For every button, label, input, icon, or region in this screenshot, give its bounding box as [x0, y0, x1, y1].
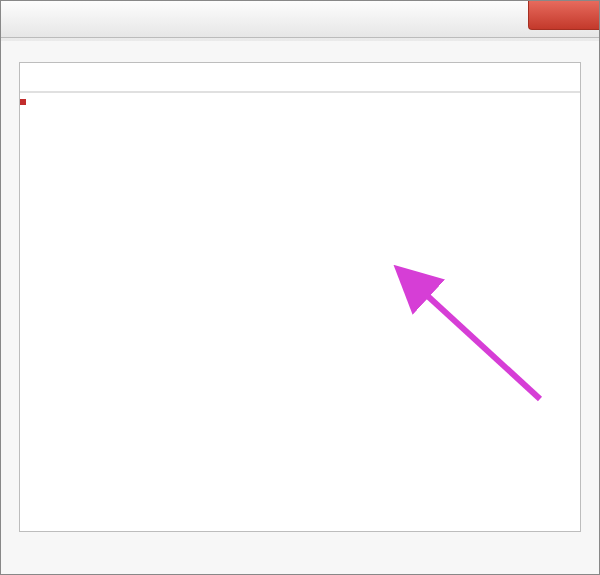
dialog-body: [1, 38, 599, 532]
columns-header: [20, 63, 580, 93]
rows-container: [20, 93, 580, 99]
svg-line-1: [420, 289, 540, 399]
highlight-annotation: [20, 99, 26, 105]
column-header-value[interactable]: [230, 63, 580, 91]
details-list: [19, 62, 581, 532]
arrow-annotation: [20, 99, 581, 532]
titlebar: [1, 1, 599, 38]
close-button[interactable]: [528, 1, 599, 30]
column-header-property[interactable]: [20, 63, 230, 91]
dialog-window: [0, 0, 600, 575]
